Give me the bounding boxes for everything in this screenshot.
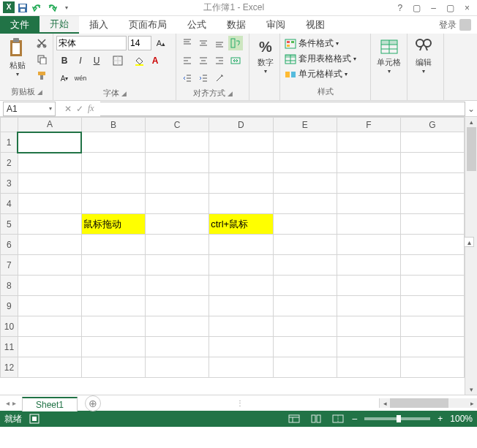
row-header[interactable]: 6 [1, 235, 18, 255]
col-header[interactable]: A [18, 118, 81, 132]
border-button[interactable] [110, 53, 125, 68]
grid[interactable]: A B C D E F G 1 2 3 4 5鼠标拖动ctrl+鼠标 6 7 8… [0, 117, 465, 395]
add-sheet-button[interactable]: ⊕ [85, 395, 101, 411]
horizontal-scrollbar[interactable]: ◂ ▸ [379, 398, 477, 408]
cell[interactable] [81, 173, 145, 194]
copy-button[interactable] [34, 52, 49, 67]
cell[interactable] [337, 132, 400, 153]
cell[interactable] [337, 316, 400, 337]
zoom-slider[interactable] [364, 417, 430, 420]
row-header[interactable]: 11 [1, 337, 18, 357]
cell[interactable] [209, 255, 273, 276]
cell[interactable] [209, 316, 273, 337]
cell[interactable] [18, 276, 81, 296]
conditional-formatting-button[interactable]: 条件格式▾ [283, 37, 340, 50]
align-right-button[interactable] [212, 53, 227, 68]
cell[interactable] [273, 235, 337, 255]
cell[interactable] [146, 173, 209, 194]
cancel-formula-button[interactable]: ✕ [64, 104, 72, 114]
cell[interactable] [18, 296, 81, 316]
col-header[interactable]: C [146, 118, 209, 132]
cell[interactable] [400, 214, 464, 235]
cell[interactable] [337, 173, 400, 194]
cell[interactable] [81, 255, 145, 276]
col-header[interactable]: E [273, 118, 337, 132]
scroll-left-button[interactable]: ◂ [380, 400, 390, 407]
cell[interactable] [18, 337, 81, 357]
maximize-button[interactable]: ▢ [443, 3, 457, 13]
paste-button[interactable]: 粘贴 ▾ [3, 35, 32, 79]
cell[interactable] [337, 357, 400, 378]
cell[interactable] [273, 173, 337, 194]
fill-color-button[interactable] [132, 53, 146, 68]
cell[interactable] [146, 296, 209, 316]
row-header[interactable]: 1 [1, 132, 18, 153]
scroll-up-button[interactable]: ▴ [465, 117, 477, 127]
view-normal-button[interactable] [287, 413, 301, 425]
cell[interactable] [146, 153, 209, 173]
cell[interactable] [337, 255, 400, 276]
sheet-nav-prev[interactable]: ◂ [6, 399, 10, 407]
sign-in-button[interactable]: 登录 [433, 16, 477, 34]
col-header[interactable]: F [337, 118, 400, 132]
number-format-button[interactable]: % 数字 ▾ [252, 35, 279, 76]
align-bottom-button[interactable] [212, 36, 227, 50]
row-header[interactable]: 8 [1, 276, 18, 296]
scroll-thumb[interactable] [467, 127, 476, 171]
cell[interactable] [273, 194, 337, 214]
cell[interactable] [400, 255, 464, 276]
align-top-button[interactable] [180, 36, 195, 50]
col-header[interactable]: G [400, 118, 464, 132]
decrease-indent-button[interactable] [180, 71, 195, 86]
expand-formula-bar-button[interactable]: ⌄ [465, 104, 477, 114]
cell[interactable] [146, 316, 209, 337]
cell[interactable] [400, 194, 464, 214]
cell[interactable] [337, 337, 400, 357]
cell[interactable] [146, 276, 209, 296]
tab-file[interactable]: 文件 [0, 16, 40, 34]
zoom-out-button[interactable]: – [353, 414, 358, 424]
cell[interactable] [146, 214, 209, 235]
cell[interactable] [273, 316, 337, 337]
font-launcher[interactable]: ◢ [121, 90, 127, 97]
scroll-down-button[interactable]: ▾ [465, 384, 477, 395]
qat-customize-button[interactable]: ▾ [60, 1, 73, 15]
macro-record-icon[interactable] [29, 414, 40, 424]
cell[interactable] [81, 296, 145, 316]
sheet-tab[interactable]: Sheet1 [22, 397, 78, 411]
row-header[interactable]: 10 [1, 316, 18, 337]
row-header[interactable]: 4 [1, 194, 18, 214]
cell[interactable] [400, 296, 464, 316]
qat-save-button[interactable] [16, 1, 29, 15]
cell-D5[interactable]: ctrl+鼠标 [209, 214, 273, 235]
cell[interactable] [209, 194, 273, 214]
row-header[interactable]: 12 [1, 357, 18, 378]
clipboard-launcher[interactable]: ◢ [37, 88, 42, 96]
fx-icon[interactable]: fx [88, 103, 94, 114]
enter-formula-button[interactable]: ✓ [76, 104, 83, 114]
format-painter-button[interactable] [34, 68, 49, 83]
cell[interactable] [273, 337, 337, 357]
cell[interactable] [81, 316, 145, 337]
close-button[interactable]: × [462, 3, 473, 13]
cell[interactable] [400, 153, 464, 173]
tab-formulas[interactable]: 公式 [177, 16, 217, 34]
cell[interactable] [273, 153, 337, 173]
tab-view[interactable]: 视图 [296, 16, 335, 34]
orientation-button[interactable] [212, 71, 227, 86]
cut-button[interactable] [34, 36, 49, 50]
help-button[interactable]: ? [395, 3, 406, 13]
cell[interactable] [146, 132, 209, 153]
zoom-in-button[interactable]: + [437, 414, 443, 424]
row-header[interactable]: 2 [1, 153, 18, 173]
format-as-table-button[interactable]: 套用表格格式▾ [283, 52, 358, 66]
cell[interactable] [273, 357, 337, 378]
qat-undo-button[interactable] [31, 1, 44, 15]
wrap-text-button[interactable] [228, 36, 243, 50]
cell[interactable] [81, 276, 145, 296]
cell[interactable] [337, 153, 400, 173]
cell[interactable] [81, 357, 145, 378]
formula-input[interactable] [100, 102, 465, 116]
qat-redo-button[interactable] [45, 1, 59, 15]
tab-page-layout[interactable]: 页面布局 [119, 16, 177, 34]
